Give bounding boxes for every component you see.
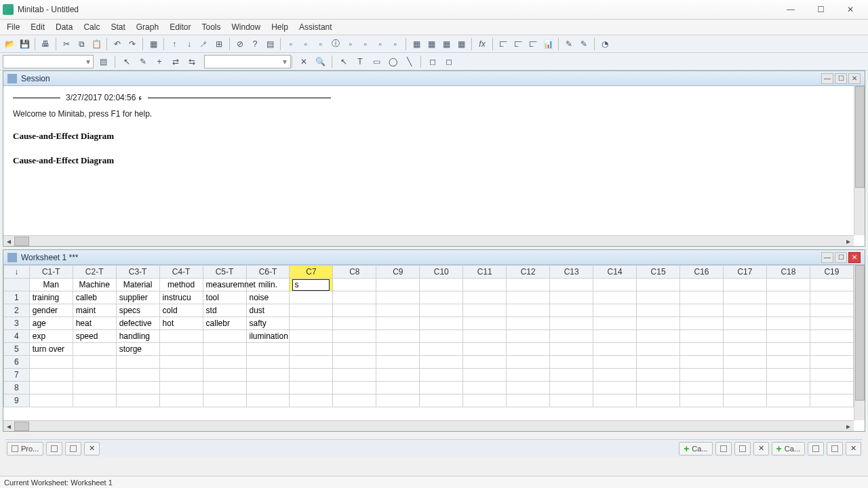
col-name-cell[interactable]: Machine <box>73 279 116 291</box>
col-header[interactable]: C12 <box>507 266 550 279</box>
data-cell[interactable]: callebr <box>203 317 246 330</box>
data-cell[interactable] <box>723 343 766 356</box>
data-cell[interactable] <box>29 394 73 407</box>
shape-a-icon[interactable]: ◻ <box>426 55 439 68</box>
data-cell[interactable] <box>810 304 853 317</box>
data-cell[interactable] <box>463 343 507 356</box>
brush-b-icon[interactable]: ✎ <box>577 37 591 51</box>
data-cell[interactable]: age <box>29 317 73 330</box>
data-cell[interactable] <box>246 356 290 369</box>
data-cell[interactable] <box>290 356 333 369</box>
data-cell[interactable] <box>420 343 463 356</box>
chart-b-icon[interactable]: ⫍ <box>511 37 525 51</box>
chart-c-icon[interactable]: ⫍ <box>526 37 540 51</box>
data-cell[interactable] <box>723 356 766 369</box>
session-min-button[interactable]: — <box>821 73 833 84</box>
data-cell[interactable] <box>593 394 637 407</box>
data-cell[interactable] <box>29 356 73 369</box>
col-name-cell[interactable] <box>810 279 853 291</box>
data-cell[interactable] <box>420 291 463 304</box>
data-cell[interactable] <box>507 343 550 356</box>
redo-icon[interactable]: ↷ <box>125 37 139 51</box>
data-cell[interactable] <box>810 317 853 330</box>
data-cell[interactable] <box>246 369 290 382</box>
grid2-icon[interactable]: ▦ <box>425 37 438 51</box>
fx-icon[interactable]: fx <box>475 37 489 51</box>
select-icon[interactable]: ↖ <box>337 55 351 68</box>
data-cell[interactable]: speed <box>73 330 116 343</box>
session-close-button[interactable]: ✕ <box>848 73 861 84</box>
data-cell[interactable] <box>680 291 724 304</box>
data-cell[interactable] <box>766 317 810 330</box>
data-cell[interactable]: calleb <box>73 291 116 304</box>
data-cell[interactable] <box>810 382 853 394</box>
data-cell[interactable] <box>507 356 550 369</box>
data-cell[interactable] <box>116 382 159 394</box>
data-cell[interactable] <box>333 356 376 369</box>
data-cell[interactable] <box>723 291 766 304</box>
data-cell[interactable] <box>116 394 159 407</box>
edit-icon[interactable]: ✎ <box>136 55 150 68</box>
apply-name-icon[interactable]: ▤ <box>96 55 110 68</box>
cut-icon[interactable]: ✂ <box>60 37 73 51</box>
data-cell[interactable] <box>420 304 463 317</box>
col-name-cell[interactable] <box>376 279 420 291</box>
data-cell[interactable] <box>463 317 507 330</box>
save-icon[interactable]: 💾 <box>18 37 31 51</box>
data-cell[interactable] <box>73 343 116 356</box>
data-cell[interactable]: turn over <box>29 343 73 356</box>
data-cell[interactable] <box>723 394 766 407</box>
data-cell[interactable]: heat <box>73 317 116 330</box>
maximize-button[interactable]: ☐ <box>806 2 835 17</box>
data-cell[interactable] <box>550 291 593 304</box>
data-cell[interactable]: specs <box>116 304 159 317</box>
data-cell[interactable]: tool <box>203 291 246 304</box>
data-cell[interactable] <box>593 382 637 394</box>
data-cell[interactable] <box>593 356 637 369</box>
data-cell[interactable] <box>680 394 724 407</box>
tool-a-icon[interactable]: ▫ <box>284 37 298 51</box>
data-cell[interactable] <box>593 317 637 330</box>
up-arrow-icon[interactable]: ↑ <box>167 37 181 51</box>
data-cell[interactable]: cold <box>159 304 203 317</box>
data-cell[interactable] <box>680 343 724 356</box>
worksheet-vscroll[interactable] <box>854 265 865 420</box>
data-cell[interactable] <box>810 291 853 304</box>
print-icon[interactable]: 🖶 <box>39 37 52 51</box>
data-cell[interactable] <box>290 304 333 317</box>
data-cell[interactable] <box>637 291 680 304</box>
data-cell[interactable] <box>593 330 637 343</box>
data-cell[interactable] <box>333 394 376 407</box>
col-name-cell[interactable] <box>680 279 724 291</box>
data-cell[interactable]: defective <box>116 317 159 330</box>
data-cell[interactable] <box>376 330 420 343</box>
data-cell[interactable] <box>376 394 420 407</box>
data-cell[interactable] <box>376 304 420 317</box>
paste-icon[interactable]: 📋 <box>90 37 103 51</box>
menu-calc[interactable]: Calc <box>78 21 105 33</box>
data-cell[interactable] <box>73 394 116 407</box>
next-icon[interactable]: ⊞ <box>212 37 226 51</box>
copy-icon[interactable]: ⧉ <box>75 37 88 51</box>
data-cell[interactable] <box>766 382 810 394</box>
row-header[interactable]: 8 <box>4 382 30 394</box>
data-cell[interactable]: instrucu <box>159 291 203 304</box>
col-name-cell[interactable]: Man <box>29 279 73 291</box>
data-cell[interactable] <box>766 394 810 407</box>
col-header[interactable]: C5-T <box>203 266 246 279</box>
data-cell[interactable] <box>159 330 203 343</box>
name-box[interactable]: ▾ <box>3 55 94 68</box>
data-cell[interactable] <box>463 291 507 304</box>
col-header[interactable]: C19 <box>810 266 853 279</box>
data-cell[interactable] <box>550 382 593 394</box>
data-cell[interactable] <box>333 304 376 317</box>
crosshair-icon[interactable]: + <box>153 55 166 68</box>
data-cell[interactable] <box>376 382 420 394</box>
data-cell[interactable] <box>550 330 593 343</box>
data-cell[interactable] <box>203 343 246 356</box>
data-cell[interactable] <box>723 304 766 317</box>
data-cell[interactable] <box>290 291 333 304</box>
data-cell[interactable] <box>376 343 420 356</box>
tab-new-ca1[interactable]: +Ca... <box>679 442 712 455</box>
data-cell[interactable] <box>766 304 810 317</box>
